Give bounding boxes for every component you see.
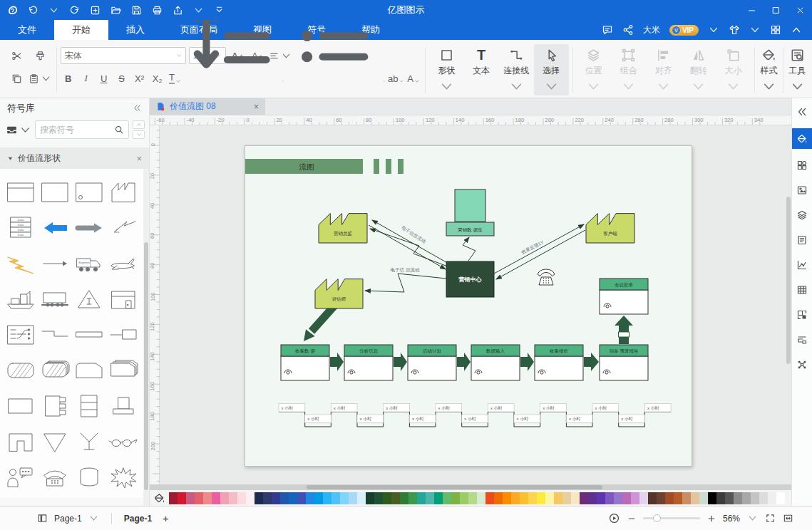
redo-icon[interactable] — [69, 5, 80, 16]
color-swatch[interactable] — [400, 492, 408, 504]
shape-glass[interactable] — [72, 424, 106, 459]
zoom-in-icon[interactable] — [707, 514, 716, 523]
close-button[interactable] — [788, 0, 812, 20]
fullscreen-icon[interactable] — [765, 513, 776, 524]
color-swatch[interactable] — [742, 492, 751, 504]
collapse-ribbon-icon[interactable] — [791, 24, 802, 36]
color-swatch[interactable] — [263, 492, 272, 504]
shape-ship[interactable] — [4, 281, 38, 317]
color-swatch[interactable] — [178, 492, 186, 504]
color-swatch[interactable] — [220, 492, 229, 504]
panel-scrollbar[interactable] — [143, 169, 149, 506]
paste-button[interactable] — [29, 70, 51, 87]
shape-rect-rows[interactable] — [72, 388, 106, 424]
line-spacing-button[interactable] — [185, 70, 284, 85]
形状-button[interactable]: 形状 — [429, 44, 464, 95]
shape-cylinder[interactable] — [72, 459, 106, 495]
color-swatch[interactable] — [545, 492, 554, 504]
zoom-slider-thumb[interactable] — [653, 514, 661, 522]
share-icon[interactable] — [622, 24, 634, 36]
bullet-list-button[interactable] — [287, 70, 386, 85]
undo-icon[interactable] — [28, 5, 38, 16]
选择-button[interactable]: 选择 — [534, 44, 569, 95]
color-swatch[interactable] — [314, 492, 323, 504]
page[interactable]: 流图营销总监评估师客户端营销数 据库营销中心会议批准收集数 据分析信息启动计划数… — [245, 145, 692, 467]
shape-hatch-round[interactable] — [4, 353, 38, 388]
pages-icon[interactable] — [37, 513, 48, 524]
shape-rect[interactable] — [4, 388, 38, 424]
color-swatch[interactable] — [759, 492, 768, 504]
color-swatch[interactable] — [520, 492, 528, 504]
color-swatch[interactable] — [562, 492, 571, 504]
subscript-button[interactable]: X₂ — [150, 70, 165, 85]
color-swatch[interactable] — [708, 492, 716, 504]
zoom-level[interactable]: 56% — [723, 514, 740, 524]
document-tab[interactable]: 价值流图 08 × — [150, 98, 265, 115]
vip-badge[interactable]: VVIP — [669, 25, 699, 36]
shape-clip-b[interactable] — [38, 495, 72, 498]
color-swatch[interactable] — [477, 492, 485, 504]
undo-caret-icon[interactable] — [48, 5, 59, 16]
shape-sequence-board[interactable] — [4, 317, 38, 353]
color-swatch[interactable] — [657, 492, 665, 504]
shape-railcar[interactable] — [38, 281, 72, 317]
color-swatch[interactable] — [203, 492, 212, 504]
shape-pedestal[interactable] — [106, 388, 140, 424]
library-drawer-button[interactable] — [6, 124, 31, 136]
color-swatch[interactable] — [340, 492, 349, 504]
color-swatch[interactable] — [528, 492, 537, 504]
color-swatch[interactable] — [255, 492, 263, 504]
color-swatch[interactable] — [485, 492, 494, 504]
color-swatch[interactable] — [289, 492, 297, 504]
more-chevron-icon[interactable] — [214, 5, 225, 16]
shape-u-shape[interactable] — [4, 424, 38, 459]
font-color-button[interactable]: A — [406, 70, 421, 85]
zoom-caret-icon[interactable] — [747, 513, 758, 524]
shape-clip-d[interactable] — [106, 495, 140, 498]
color-swatch[interactable] — [614, 492, 622, 504]
sidebar-fill-style-button[interactable] — [792, 128, 812, 149]
color-swatch[interactable] — [494, 492, 503, 504]
close-document-icon[interactable]: × — [254, 102, 259, 112]
color-swatch[interactable] — [280, 492, 289, 504]
shape-box-marker[interactable] — [72, 175, 106, 210]
zoom-slider[interactable] — [643, 517, 700, 519]
color-swatch[interactable] — [503, 492, 511, 504]
expand-right-panel-button[interactable] — [792, 103, 812, 120]
page-selector[interactable]: Page-1 — [54, 514, 82, 524]
color-swatch[interactable] — [554, 492, 562, 504]
color-swatch[interactable] — [357, 492, 366, 504]
shape-burst[interactable] — [106, 459, 140, 495]
color-swatch[interactable] — [768, 492, 776, 504]
theme-caret-icon[interactable] — [749, 24, 761, 36]
color-swatch[interactable] — [212, 492, 220, 504]
zoom-out-icon[interactable] — [627, 514, 636, 523]
color-swatch[interactable] — [349, 492, 357, 504]
color-swatch[interactable] — [751, 492, 759, 504]
color-swatch[interactable] — [734, 492, 742, 504]
color-swatch[interactable] — [195, 492, 203, 504]
color-swatch[interactable] — [674, 492, 682, 504]
search-icon[interactable] — [114, 125, 124, 135]
shape-airplane[interactable] — [106, 246, 140, 281]
shape-inv-triangle[interactable] — [38, 424, 72, 459]
color-swatch[interactable] — [426, 492, 434, 504]
color-swatch[interactable] — [229, 492, 237, 504]
shape-arrow-thin[interactable] — [38, 246, 72, 281]
vip-caret-icon[interactable] — [708, 24, 719, 36]
color-swatch[interactable] — [451, 492, 460, 504]
shape-rect-fins[interactable] — [38, 388, 72, 424]
italic-button[interactable]: I — [78, 70, 94, 85]
color-swatch[interactable] — [366, 492, 374, 504]
shape-warehouse[interactable] — [106, 281, 140, 317]
color-swatch[interactable] — [622, 492, 631, 504]
maximize-button[interactable] — [764, 0, 788, 20]
sidebar-outline-button[interactable] — [792, 331, 812, 348]
color-swatch[interactable] — [443, 492, 451, 504]
color-swatch[interactable] — [716, 492, 725, 504]
color-swatch[interactable] — [588, 492, 597, 504]
minimize-button[interactable] — [739, 0, 764, 20]
color-swatch[interactable] — [169, 492, 178, 504]
shape-zigzag-arrow[interactable] — [106, 210, 140, 246]
shape-truck[interactable]: Shipment — [72, 246, 106, 281]
